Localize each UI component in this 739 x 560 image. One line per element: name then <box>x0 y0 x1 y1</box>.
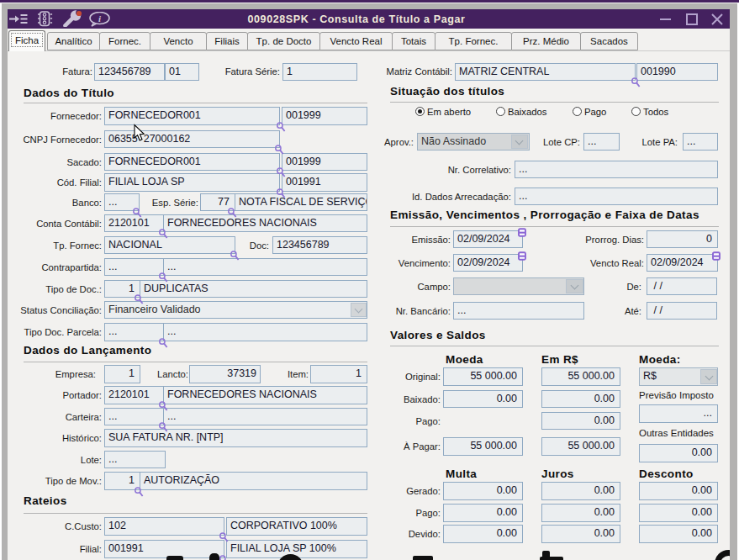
svg-text:i: i <box>98 13 102 24</box>
